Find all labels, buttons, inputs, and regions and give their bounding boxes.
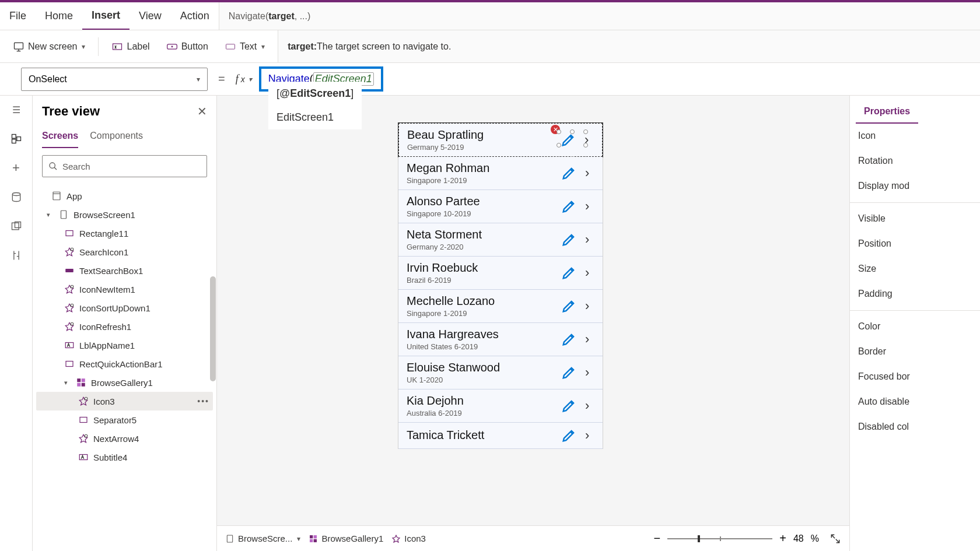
tools-icon[interactable] <box>9 248 23 262</box>
prop-row[interactable]: Auto disable <box>850 389 980 415</box>
chevron-right-icon[interactable]: › <box>585 365 594 380</box>
zoom-slider[interactable] <box>667 538 772 539</box>
autocomplete-item[interactable]: [@EditScreen1] <box>268 82 362 106</box>
tree-item-sic[interactable]: SearchIcon1 <box>36 243 213 261</box>
edit-icon[interactable] <box>561 331 577 348</box>
tree-item-sep5[interactable]: Separator5 <box>36 410 213 429</box>
prop-row[interactable]: Disabled col <box>850 415 980 440</box>
chevron-right-icon[interactable]: › <box>585 166 594 181</box>
edit-icon[interactable] <box>561 298 577 314</box>
menu-action[interactable]: Action <box>171 2 219 30</box>
edit-icon[interactable] <box>561 165 577 181</box>
tree-item-rqa[interactable]: RectQuickActionBar1 <box>36 355 213 373</box>
tree-item-rect11[interactable]: Rectangle11 <box>36 224 213 243</box>
tree-scrollbar[interactable] <box>209 171 216 551</box>
breadcrumb-screen[interactable]: BrowseScre... ▾ <box>225 534 300 543</box>
ac-pre: [@ <box>276 87 290 99</box>
gallery-row[interactable]: Beau SpratlingGermany 5-2019›✕ <box>398 123 603 157</box>
tree-item-isu[interactable]: IconSortUpDown1 <box>36 299 213 317</box>
chevron-right-icon[interactable]: › <box>585 265 594 280</box>
fit-screen-icon[interactable] <box>830 533 841 545</box>
button-button[interactable]: Button <box>160 37 214 56</box>
media-icon[interactable] <box>9 219 23 233</box>
edit-icon[interactable] <box>561 364 577 381</box>
edit-icon[interactable] <box>560 132 576 148</box>
chevron-right-icon[interactable]: › <box>585 332 594 347</box>
tree-item-bg1[interactable]: ▾BrowseGallery1 <box>36 373 213 392</box>
chevron-right-icon[interactable]: › <box>585 398 594 413</box>
more-icon[interactable]: ••• <box>197 396 209 406</box>
prop-row[interactable]: Visible <box>850 206 980 231</box>
edit-icon[interactable] <box>561 427 577 444</box>
prop-row[interactable]: Rotation <box>850 149 980 174</box>
gallery-subtitle: Brazil 6-2019 <box>407 276 561 285</box>
add-icon[interactable]: + <box>9 161 23 175</box>
tree-view-icon[interactable] <box>9 132 23 146</box>
caret-down-icon[interactable]: ▾ <box>47 211 54 219</box>
label-button[interactable]: Label <box>106 37 155 56</box>
new-screen-button[interactable]: New screen ▾ <box>7 37 91 56</box>
prop-row[interactable]: Size <box>850 257 980 282</box>
zoom-out-button[interactable]: − <box>654 532 661 545</box>
gallery-row[interactable]: Mechelle LozanoSingapore 1-2019› <box>398 290 603 323</box>
gallery-row[interactable]: Neta StormentGermany 2-2020› <box>398 223 603 257</box>
tree-item-app[interactable]: App <box>36 187 213 205</box>
property-selector[interactable]: OnSelect ▾ <box>21 68 208 91</box>
gallery-subtitle: Singapore 1-2019 <box>407 309 561 318</box>
gallery-row[interactable]: Kia DejohnAustralia 6-2019› <box>398 389 603 423</box>
tree-item-ini[interactable]: IconNewItem1 <box>36 280 213 299</box>
prop-row[interactable]: Position <box>850 231 980 257</box>
tree-item-bs1[interactable]: ▾BrowseScreen1 <box>36 205 213 224</box>
tree-search-input[interactable]: Search <box>42 155 207 177</box>
hamburger-icon[interactable]: ☰ <box>9 103 23 117</box>
breadcrumb-gallery[interactable]: BrowseGallery1 <box>309 534 383 543</box>
gallery-row[interactable]: Elouise StanwoodUK 1-2020› <box>398 356 603 389</box>
app-icon <box>51 191 62 201</box>
prop-row[interactable]: Color <box>850 314 980 339</box>
chevron-right-icon[interactable]: › <box>585 199 594 214</box>
caret-down-icon[interactable]: ▾ <box>64 379 71 387</box>
prop-row[interactable]: Padding <box>850 282 980 307</box>
gallery-row[interactable]: Alonso ParteeSingapore 10-2019› <box>398 190 603 223</box>
chevron-right-icon[interactable]: › <box>585 299 594 314</box>
zoom-in-button[interactable]: + <box>779 532 786 545</box>
gallery-row[interactable]: Ivana HargreavesUnited States 6-2019› <box>398 323 603 356</box>
menu-view[interactable]: View <box>130 2 171 30</box>
tree-item-na4[interactable]: NextArrow4 <box>36 429 213 448</box>
search-placeholder: Search <box>62 162 90 171</box>
gallery-row[interactable]: Megan RohmanSingapore 1-2019› <box>398 157 603 190</box>
edit-icon[interactable] <box>561 198 577 215</box>
svg-point-22 <box>71 304 74 307</box>
tab-components[interactable]: Components <box>90 127 143 148</box>
prop-row[interactable]: Border <box>850 339 980 364</box>
menu-home[interactable]: Home <box>36 2 82 30</box>
autocomplete-item[interactable]: EditScreen1 <box>268 106 362 129</box>
chevron-right-icon[interactable]: › <box>584 132 594 148</box>
prop-row[interactable]: Focused bor <box>850 364 980 389</box>
tree-item-lan[interactable]: LblAppName1 <box>36 336 213 355</box>
chevron-right-icon[interactable]: › <box>585 232 594 247</box>
prop-row[interactable]: Display mod <box>850 174 980 199</box>
data-icon[interactable] <box>9 190 23 204</box>
gallery-row[interactable]: Irvin RoebuckBrazil 6-2019› <box>398 257 603 290</box>
tab-screens[interactable]: Screens <box>42 127 78 148</box>
close-icon[interactable]: ✕ <box>197 104 207 118</box>
edit-icon[interactable] <box>561 265 577 281</box>
chevron-right-icon[interactable]: › <box>585 428 594 443</box>
menu-file[interactable]: File <box>0 2 36 30</box>
tree-item-irf[interactable]: IconRefresh1 <box>36 317 213 336</box>
tab-properties[interactable]: Properties <box>856 103 918 124</box>
breadcrumb-icon[interactable]: Icon3 <box>391 534 426 543</box>
edit-icon[interactable] <box>561 231 577 248</box>
gallery-subtitle: United States 6-2019 <box>407 342 561 351</box>
canvas[interactable]: Beau SpratlingGermany 5-2019›✕Megan Rohm… <box>217 96 849 551</box>
fx-label[interactable]: fx ▾ <box>236 73 252 85</box>
tree-item-ic3[interactable]: Icon3••• <box>36 392 213 410</box>
gallery-row[interactable]: Tamica Trickett› <box>398 423 603 449</box>
tree-item-sub4[interactable]: Subtitle4 <box>36 448 213 466</box>
edit-icon[interactable] <box>561 398 577 414</box>
tree-item-tsb[interactable]: TextSearchBox1 <box>36 261 213 280</box>
menu-insert[interactable]: Insert <box>82 2 130 30</box>
prop-row[interactable]: Icon <box>850 124 980 149</box>
text-button[interactable]: Abc Text ▾ <box>219 37 271 56</box>
